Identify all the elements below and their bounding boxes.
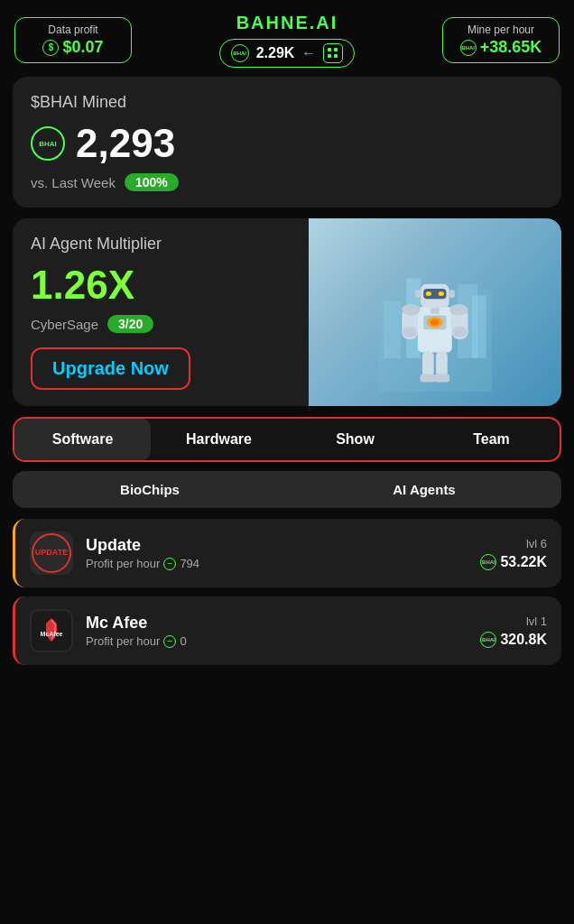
mine-per-hour-label: Mine per hour [456, 23, 546, 36]
update-item-right: lvl 6 BHAI 53.22K [480, 537, 547, 570]
cost-coin-icon: BHAI [480, 554, 496, 570]
main-content: $BHAI Mined BHAI 2,293 vs. Last Week 100… [0, 77, 574, 665]
header-center: BAHNE.AI BHAI 2.29K ← [219, 13, 356, 68]
tab-biochips[interactable]: BioChips [13, 471, 287, 508]
bhai-week-label: vs. Last Week [31, 175, 116, 190]
svg-rect-22 [421, 374, 437, 382]
agent-level-badge: 3/20 [107, 315, 153, 333]
mcafee-item-name: Mc Afee [86, 614, 468, 633]
svg-rect-15 [430, 308, 440, 313]
data-profit-label: Data profit [28, 23, 118, 36]
mcafee-item-profit: Profit per hour − 0 [86, 634, 468, 648]
bhai-amount: 2,293 [76, 121, 175, 166]
update-badge: UPDATE [32, 533, 71, 573]
agent-multiplier-card: AI Agent Multiplier 1.26X CyberSage 3/20… [13, 218, 561, 406]
update-item-profit: Profit per hour − 794 [86, 557, 468, 570]
svg-point-12 [439, 291, 444, 296]
percent-badge: 100% [125, 173, 179, 191]
mcafee-item-cost: BHAI 320.8K [480, 632, 547, 648]
tab-software[interactable]: Software [14, 419, 151, 460]
svg-text:McAfee: McAfee [41, 631, 63, 637]
profit-minus-icon: − [163, 558, 176, 570]
bhai-coin-icon: BHAI [31, 126, 65, 161]
mine-per-hour-value: BHAI +38.65K [456, 38, 546, 57]
mine-per-hour-pill[interactable]: Mine per hour BHAI +38.65K [442, 17, 560, 63]
tab-hardware[interactable]: Hardware [151, 419, 287, 460]
svg-point-11 [426, 291, 431, 296]
robot-illustration [328, 233, 542, 393]
bhai-amount-row: BHAI 2,293 [31, 121, 543, 166]
tab-ai-agents[interactable]: AI Agents [287, 471, 561, 508]
list-item-update[interactable]: UPDATE Update Profit per hour − 794 lvl … [13, 519, 561, 587]
tabs-wrapper: Software Hardware Show Team BioChips AI … [13, 417, 561, 508]
svg-rect-21 [436, 351, 448, 376]
grid-menu-icon[interactable] [323, 43, 343, 63]
svg-point-25 [450, 304, 468, 316]
tabs-row-2: BioChips AI Agents [13, 471, 561, 508]
data-profit-pill[interactable]: Data profit $ $0.07 [14, 17, 132, 63]
upgrade-now-button[interactable]: Upgrade Now [31, 347, 190, 390]
agent-multiplier-value: 1.26X [31, 263, 312, 308]
bhai-mined-card: $BHAI Mined BHAI 2,293 vs. Last Week 100… [13, 77, 561, 208]
agent-label: AI Agent Multiplier [31, 235, 312, 254]
data-profit-value: $ $0.07 [28, 38, 118, 57]
agent-card-content: AI Agent Multiplier 1.26X CyberSage 3/20… [31, 235, 312, 390]
update-item-cost: BHAI 53.22K [480, 554, 547, 570]
update-item-name: Update [86, 536, 468, 555]
back-arrow-icon[interactable]: ← [301, 45, 316, 61]
svg-rect-4 [472, 295, 486, 357]
svg-rect-14 [449, 290, 455, 298]
header: Data profit $ $0.07 BAHNE.AI BHAI 2.29K … [0, 0, 574, 77]
tab-show[interactable]: Show [287, 419, 423, 460]
mine-coin-icon: BHAI [460, 40, 477, 56]
agent-sub-row: CyberSage 3/20 [31, 315, 312, 333]
center-coin-icon: BHAI [231, 44, 249, 62]
agent-name: CyberSage [31, 317, 98, 332]
svg-point-8 [430, 319, 440, 326]
center-value: 2.29K [256, 45, 295, 61]
svg-rect-23 [434, 374, 450, 382]
dollar-icon: $ [42, 40, 59, 56]
bhai-week-row: vs. Last Week 100% [31, 173, 543, 191]
bhai-label: $BHAI Mined [31, 93, 543, 112]
svg-rect-19 [453, 327, 467, 337]
mcafee-item-icon: McAfee [30, 609, 73, 652]
update-item-info: Update Profit per hour − 794 [86, 536, 468, 570]
update-item-level: lvl 6 [526, 537, 547, 550]
list-item-mcafee[interactable]: McAfee Mc Afee Profit per hour − 0 lvl 1… [13, 596, 561, 665]
svg-point-24 [403, 304, 421, 316]
center-value-row[interactable]: BHAI 2.29K ← [219, 39, 356, 68]
mcafee-item-info: Mc Afee Profit per hour − 0 [86, 614, 468, 648]
svg-rect-20 [422, 351, 434, 376]
agent-robot-image [309, 218, 561, 406]
mcafee-logo-icon: McAfee [32, 611, 71, 651]
mcafee-item-level: lvl 1 [526, 614, 547, 628]
tab-team[interactable]: Team [423, 419, 560, 460]
brand-name: BAHNE.AI [236, 13, 338, 33]
svg-rect-1 [384, 300, 401, 357]
update-item-icon: UPDATE [30, 531, 73, 575]
svg-rect-17 [403, 327, 417, 337]
tabs-row-1: Software Hardware Show Team [13, 417, 561, 462]
svg-rect-13 [415, 290, 421, 298]
mcafee-cost-coin-icon: BHAI [480, 632, 496, 648]
mcafee-profit-minus-icon: − [163, 635, 176, 648]
mcafee-item-right: lvl 1 BHAI 320.8K [480, 614, 547, 648]
